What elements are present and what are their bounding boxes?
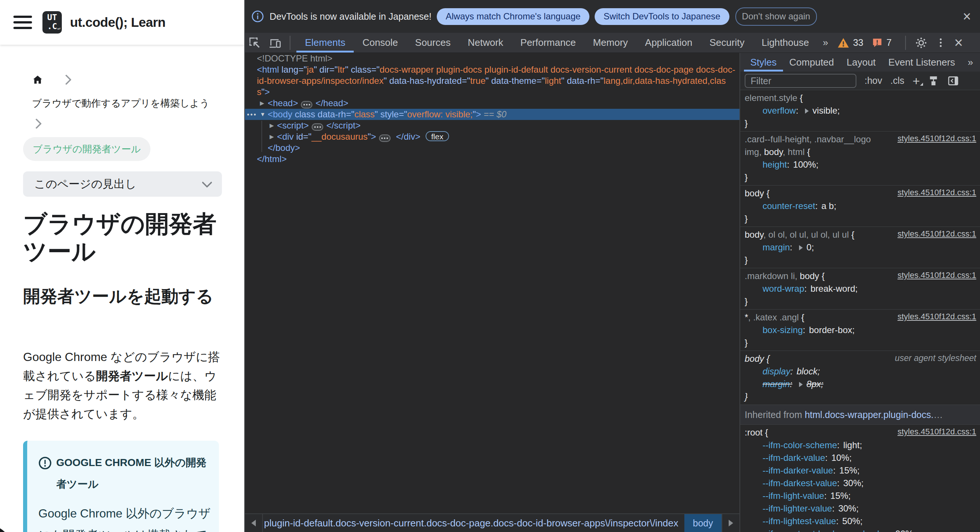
css-property[interactable]: --ifm-contrast-background-value:90%; [745,527,980,532]
sidebar-tabs: StylesComputedLayoutEvent Listeners» [740,53,980,72]
styles-filter-input[interactable]: Filter [745,74,856,88]
stylesheet-link[interactable]: styles.4510f12d.css:1 [897,312,976,322]
css-property[interactable]: --ifm-color-scheme:light; [745,439,980,452]
css-property[interactable]: --ifm-dark-value:10%; [745,452,980,464]
device-toolbar-icon[interactable] [265,33,286,53]
collapsed-content-icon[interactable] [301,101,312,108]
sidebar-tab-computed[interactable]: Computed [783,53,840,72]
new-style-rule-button[interactable]: + [913,75,920,86]
style-rule[interactable]: styles.4510f12d.css:1.markdown li, body … [740,268,980,310]
style-rule[interactable]: styles.4510f12d.css:1body, ol ol, ol ul,… [740,227,980,268]
always-match-language-button[interactable]: Always match Chrome's language [437,8,589,25]
home-icon[interactable] [32,75,43,85]
stylesheet-link[interactable]: styles.4510f12d.css:1 [897,229,976,239]
crumb-selected-node[interactable]: body [684,514,722,532]
devtools-tab-lighthouse[interactable]: Lighthouse [753,33,817,53]
warnings-icon[interactable] [837,37,849,48]
style-rule[interactable]: element.style {overflow:visible;} [740,90,980,132]
color-format-brush-icon[interactable] [928,75,939,87]
devtools-tab-network[interactable]: Network [459,33,512,53]
expand-node-icon[interactable]: ▶ [270,131,274,142]
collapse-sidebar-icon[interactable] [947,75,959,87]
sidebar-tab-styles[interactable]: Styles [744,53,783,72]
settings-gear-icon[interactable] [915,37,928,49]
toggle-element-classes-button[interactable]: .cls [890,75,904,86]
style-rule[interactable]: styles.4510f12d.css:1:root {--ifm-color-… [740,425,980,532]
crumb-trail[interactable]: plugin-id-default.docs-version-current.d… [264,514,678,532]
dont-show-again-button[interactable]: Don't show again [735,8,817,26]
breadcrumb-item-course[interactable]: ブラウザで動作するアプリを構築しよう [32,96,233,110]
expand-node-icon[interactable]: ▶ [260,97,264,109]
dom-tree-row[interactable]: s"> [245,86,740,97]
dom-tree-row[interactable]: </html> [245,153,740,165]
site-title[interactable]: ut.code(); Learn [70,15,165,30]
style-rule[interactable]: styles.4510f12d.css:1*, .katex .angl {bo… [740,310,980,351]
css-selector[interactable]: element.style { [745,92,980,104]
css-property[interactable]: --ifm-darker-value:15%; [745,464,980,477]
menu-icon[interactable] [13,16,32,29]
css-property[interactable]: --ifm-darkest-value:30%; [745,477,980,489]
css-property[interactable]: height:100%; [745,158,980,171]
crumb-scroll-left-button[interactable] [245,514,263,532]
css-property[interactable]: display:block; [745,365,980,378]
css-selector[interactable]: img, body, html { [745,146,980,158]
css-property[interactable]: overflow:visible; [745,104,980,117]
collapsed-content-icon[interactable] [379,134,391,142]
sidebar-tab-event-listeners[interactable]: Event Listeners [882,53,961,72]
dom-token: id-browser-apps/inspector/index [257,76,383,86]
infobar-close-icon[interactable]: × [963,9,971,25]
dom-tree-row[interactable]: <!DOCTYPE html> [245,53,740,64]
dom-tree-row[interactable]: </body> [245,142,740,153]
flex-badge[interactable]: flex [426,131,449,141]
dom-token: overflow: visible; [407,109,473,119]
devtools-tab-memory[interactable]: Memory [584,33,636,53]
devtools-tab-console[interactable]: Console [354,33,406,53]
crumb-scroll-right-button[interactable] [722,514,740,532]
floating-action-button[interactable] [0,525,11,532]
css-property[interactable]: word-wrap:break-word; [745,282,980,295]
css-property[interactable]: --ifm-light-value:15%; [745,489,980,502]
toggle-pseudo-state-button[interactable]: :hov [865,75,882,86]
expand-node-icon[interactable]: ▶ [270,120,274,131]
css-property[interactable]: box-sizing:border-box; [745,324,980,336]
devtools-tab-elements[interactable]: Elements [296,33,354,53]
devtools-close-icon[interactable]: × [954,34,963,51]
stylesheet-link[interactable]: styles.4510f12d.css:1 [897,188,976,198]
style-rule[interactable]: user agent stylesheetbody {display:block… [740,351,980,405]
devtools-tab-sources[interactable]: Sources [407,33,459,53]
collapsed-content-icon[interactable] [312,123,323,131]
css-property[interactable]: margin:8px; [745,378,980,390]
css-property[interactable]: --ifm-lightest-value:50%; [745,515,980,527]
devtools-tab-security[interactable]: Security [701,33,753,53]
collapse-node-icon[interactable]: ▼ [260,109,266,120]
css-property[interactable]: --ifm-lighter-value:30%; [745,502,980,515]
devtools-tab-application[interactable]: Application [636,33,701,53]
inspect-element-icon[interactable] [244,33,265,53]
stylesheet-link[interactable]: styles.4510f12d.css:1 [897,427,976,436]
css-property[interactable]: counter-reset:a b; [745,200,980,212]
issues-icon[interactable] [872,37,883,48]
dom-tree-row[interactable]: id-browser-apps/inspector/index" data-ha… [245,75,740,86]
dom-tree-row[interactable]: ▼<body class data-rh="class" style="over… [245,109,740,120]
dom-tree-row[interactable]: <html lang="ja" dir="ltr" class="docs-wr… [245,64,740,75]
css-property[interactable]: margin:0; [745,241,980,254]
style-rule[interactable]: styles.4510f12d.css:1.card--full-height,… [740,132,980,186]
stylesheet-link[interactable]: styles.4510f12d.css:1 [897,271,976,280]
inherited-element-link[interactable]: html.docs-wrapper.plugin-docs. [805,409,934,420]
devtools-splitter[interactable] [244,0,245,532]
rule-close-brace: } [745,212,980,225]
kebab-menu-icon[interactable] [937,38,945,47]
sidebar-more-tabs-icon[interactable]: » [961,53,978,72]
more-tabs-icon[interactable]: » [818,33,832,53]
dom-tree-row[interactable]: ▶<head></head> [245,97,740,109]
dom-tree-row[interactable]: ▶<script></script> [245,120,740,131]
dom-tree-row[interactable]: ▶<div id="__docusaurus"> </div>flex [245,131,740,142]
toc-collapsible[interactable]: このページの見出し [23,171,222,197]
switch-devtools-japanese-button[interactable]: Switch DevTools to Japanese [595,8,729,25]
devtools-tab-performance[interactable]: Performance [512,33,585,53]
dom-token: " [383,76,387,86]
sidebar-tab-layout[interactable]: Layout [840,53,882,72]
stylesheet-link[interactable]: styles.4510f12d.css:1 [897,134,976,143]
style-rule[interactable]: styles.4510f12d.css:1body {counter-reset… [740,186,980,227]
site-logo[interactable]: UT.C↵ [43,11,62,33]
